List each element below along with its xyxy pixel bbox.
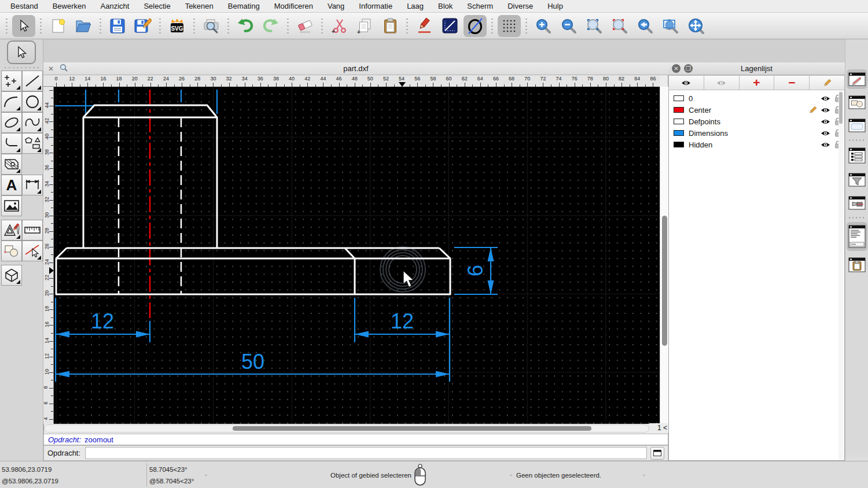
copy-button[interactable]: + [353,15,376,37]
ruler-label: 12 [69,76,75,82]
spline-tool-button[interactable] [22,112,43,133]
cut-button[interactable]: + [328,15,351,37]
canvas-horizontal-scrollbar[interactable] [44,424,649,432]
menu-informatie[interactable]: Informatie [359,2,392,10]
zoom-in-button[interactable] [532,15,555,37]
line-tool-button[interactable] [438,15,461,37]
menu-diverse[interactable]: Diverse [507,2,533,10]
command-options-button[interactable] [650,447,664,460]
menu-scherm[interactable]: Scherm [467,2,493,10]
layer-color-swatch[interactable] [674,130,684,136]
menu-bemating[interactable]: Bemating [228,2,260,10]
image-tool-button[interactable] [1,195,22,216]
zoom-window-button[interactable] [659,15,682,37]
text-tool-button[interactable]: A [1,175,22,195]
layer-visibility-eye-icon[interactable] [819,107,832,113]
command-input[interactable] [85,447,647,459]
svg-export-button[interactable]: SVG [165,15,189,37]
horizontal-scroll-thumb[interactable] [233,426,591,431]
circle-tool-button2[interactable] [22,91,43,112]
save-button[interactable] [106,15,129,37]
save-as-button[interactable] [131,15,155,37]
menu-bewerken[interactable]: Bewerken [53,2,86,10]
document-titlebar[interactable]: ✕ part.dxf [43,62,668,75]
line-tool-button2[interactable] [22,71,43,91]
layer-panel-titlebar[interactable]: ✕ ❐ Lagenlijst [668,62,845,75]
zoom-select-button[interactable] [608,15,631,37]
layer-row-dimensions[interactable]: Dimensions [669,127,844,139]
layer-row-hidden[interactable]: Hidden [669,139,844,150]
layer-color-swatch[interactable] [674,142,684,147]
zoom-previous-button[interactable] [634,15,657,37]
layer-color-swatch[interactable] [674,107,684,113]
layer-row-center[interactable]: Center [669,104,844,116]
dimension-tool-button[interactable] [22,175,43,195]
polyline-tool-button[interactable] [1,133,22,154]
polygon-tool-button[interactable] [22,133,43,154]
block-list-window-toggle[interactable] [847,93,867,112]
print-preview-button[interactable] [200,15,223,37]
layer-visibility-eye-icon[interactable] [819,130,832,136]
order-tool-button[interactable] [1,241,22,261]
undo-button[interactable] [234,15,257,37]
zoom-out-button[interactable] [557,15,580,37]
ellipse-tool-button[interactable] [1,112,22,133]
ruler-tick [51,130,53,130]
delete-select-tool-button[interactable] [22,241,43,261]
toolbar-drag-handle[interactable] [5,16,9,36]
drawing-canvas[interactable]: 12 12 50 6 [54,87,660,424]
eraser-button[interactable] [293,15,317,37]
menu-aanzicht[interactable]: Aanzicht [101,2,130,10]
menu-blok[interactable]: Blok [438,2,453,10]
new-file-button[interactable] [46,15,69,37]
menu-bestand[interactable]: Bestand [10,2,38,10]
modify-tool-button[interactable] [1,220,22,241]
remove-layer-button[interactable]: − [774,75,810,90]
layer-row-0[interactable]: 0 [669,93,844,104]
layer-list-scroll-thumb[interactable] [839,92,843,124]
library-browser-window-toggle[interactable] [847,116,867,135]
layer-visibility-eye-icon[interactable] [819,119,832,125]
layer-list-window-toggle[interactable] [847,69,867,89]
zoom-auto-button[interactable] [583,15,606,37]
box3d-tool-button[interactable] [1,265,22,286]
select-pointer-button[interactable] [7,40,36,64]
measure-tool-button[interactable] [22,220,43,241]
layer-visibility-eye-icon[interactable] [819,95,832,102]
hide-all-layers-button[interactable] [704,75,740,90]
arc-tool-button[interactable] [1,91,22,112]
layer-list-scrollbar[interactable] [838,91,843,460]
grid-toggle-button[interactable] [498,15,521,37]
menu-modificeren[interactable]: Modificeren [274,2,313,10]
palette-drag-handle[interactable] [3,66,39,69]
clipboard-window-toggle[interactable] [847,254,867,275]
layer-color-swatch[interactable] [674,119,684,124]
draw-pencil-button[interactable] [413,15,436,37]
menu-laag[interactable]: Laag [407,2,424,10]
canvas-vertical-scrollbar[interactable] [660,87,668,424]
light-window-toggle[interactable] [847,193,867,213]
circle-tool-button[interactable] [464,15,487,37]
vertical-scroll-thumb[interactable] [662,216,667,346]
select-arrow-button[interactable] [12,15,35,37]
zoom-pan-button[interactable] [685,15,708,37]
entity-list-window-toggle[interactable] [847,145,867,167]
command-window-toggle[interactable] [847,222,867,251]
menu-tekenen[interactable]: Tekenen [185,2,214,10]
add-layer-button[interactable]: + [740,75,775,90]
points-tool-button[interactable] [1,71,22,91]
show-all-layers-button[interactable] [668,75,704,90]
filter-window-toggle[interactable] [847,170,867,190]
menu-hulp[interactable]: Hulp [547,2,563,10]
layer-row-defpoints[interactable]: Defpoints [669,116,844,127]
menu-selectie[interactable]: Selectie [144,2,170,10]
layer-visibility-eye-icon[interactable] [819,142,832,148]
edit-layer-button[interactable] [810,75,845,90]
open-file-button[interactable] [72,15,95,37]
hatch-tool-button[interactable] [1,154,22,175]
redo-button[interactable] [259,15,282,37]
menu-vang[interactable]: Vang [328,2,344,10]
paste-button[interactable] [378,15,402,37]
layer-color-swatch[interactable] [674,95,684,101]
ruler-tick [260,83,261,87]
